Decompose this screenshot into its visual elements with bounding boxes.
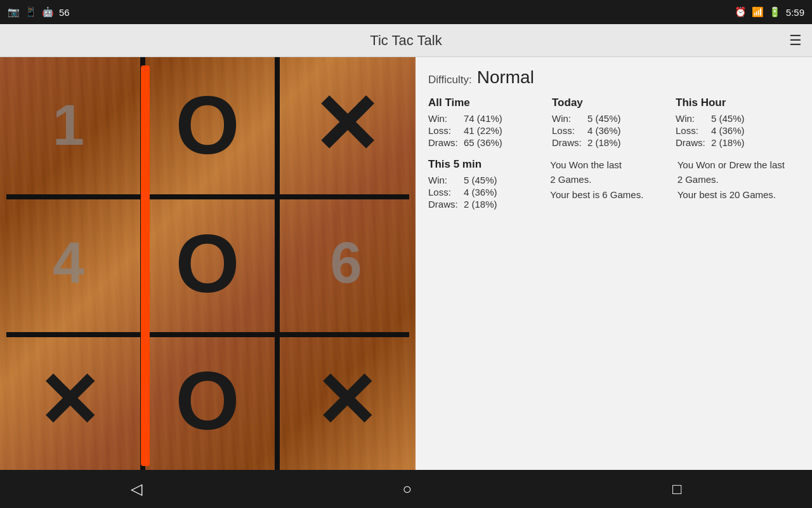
menu-icon[interactable]: ☰ [789,32,802,49]
cell-2-symbol: ✕ [311,84,381,166]
app-title: Tic Tac Talk [370,32,442,49]
all-time-loss-label: Loss: [428,125,461,136]
cell-8-symbol: ✕ [314,363,378,439]
this-hour-draws-label: Draws: [676,137,709,148]
this-5min-loss: Loss: 4 (36%) [428,187,550,197]
game-board[interactable]: 1 O ✕ 4 O 6 ✕ O ✕ [0,57,416,470]
camera-icon: 📷 [8,6,20,18]
cell-2[interactable]: ✕ [277,57,416,194]
this-hour-draws-value: 2 (18%) [711,137,745,148]
stats-all-time: All Time Win: 74 (41%) Loss: 41 (22%) Dr… [428,97,552,149]
stats-panel: Difficulty: Normal All Time Win: 74 (41%… [416,57,812,470]
back-button[interactable]: ◁ [115,475,157,503]
this-5min-draws-label: Draws: [428,199,461,210]
cell-5-symbol: 6 [331,231,362,296]
home-button[interactable]: ○ [388,475,428,503]
this-5min-win-value: 5 (45%) [464,175,497,185]
second-stats-row: This 5 min Win: 5 (45%) Loss: 4 (36%) Dr… [428,158,799,211]
top-bar: Tic Tac Talk ☰ [0,24,812,57]
cell-5[interactable]: 6 [277,194,416,331]
cell-1[interactable]: O [138,57,277,194]
today-streak-text: You Won the last2 Games. [550,158,672,187]
this-5min-header: This 5 min [428,158,550,171]
stats-this-hour: This Hour Win: 5 (45%) Loss: 4 (36%) Dra… [676,97,799,149]
today-win-value: 5 (45%) [587,113,621,124]
bottom-nav: ◁ ○ □ [0,470,812,508]
cell-6[interactable]: ✕ [0,332,137,470]
alarm-icon: ⏰ [735,6,747,18]
stats-this-5min: This 5 min Win: 5 (45%) Loss: 4 (36%) Dr… [428,158,550,211]
cell-1-symbol: O [176,84,240,166]
stats-columns: All Time Win: 74 (41%) Loss: 41 (22%) Dr… [428,97,799,149]
today-draws: Draws: 2 (18%) [552,137,676,148]
all-time-draws: Draws: 65 (36%) [428,137,552,148]
all-time-win-label: Win: [428,113,461,124]
all-time-loss-value: 41 (22%) [464,125,502,136]
difficulty-value: Normal [477,67,534,88]
cell-3-symbol: 4 [53,231,84,296]
all-time-draws-label: Draws: [428,137,461,148]
cell-4[interactable]: O [138,194,277,331]
today-loss-value: 4 (36%) [587,125,621,136]
difficulty-row: Difficulty: Normal [428,67,799,88]
this-5min-win: Win: 5 (45%) [428,175,550,185]
battery-icon: 🔋 [769,6,781,18]
all-time-header: All Time [428,97,552,109]
today-loss-label: Loss: [552,125,585,136]
this-5min-draws: Draws: 2 (18%) [428,199,550,210]
today-streak: You Won the last2 Games. Your best is 6 … [550,158,677,211]
difficulty-label: Difficulty: [428,74,472,86]
hour-streak-best: Your best is 20 Games. [678,189,799,200]
cell-7[interactable]: O [138,332,277,470]
time-display: 5:59 [786,7,804,18]
today-win: Win: 5 (45%) [552,113,676,124]
phone-icon: 📱 [25,6,37,18]
this-hour-win: Win: 5 (45%) [676,113,799,124]
cell-7-symbol: O [176,359,240,442]
this-hour-win-value: 5 (45%) [711,113,745,124]
this-5min-win-label: Win: [428,175,461,185]
recents-button[interactable]: □ [657,475,697,503]
wifi-icon: 📶 [752,6,764,18]
cell-4-symbol: O [176,222,240,305]
all-time-win-value: 74 (41%) [464,113,502,124]
this-hour-win-label: Win: [676,113,709,124]
today-loss: Loss: 4 (36%) [552,125,676,136]
this-hour-loss-value: 4 (36%) [711,125,745,136]
cell-6-symbol: ✕ [37,363,101,439]
today-win-label: Win: [552,113,585,124]
battery-number: 56 [59,7,70,18]
all-time-loss: Loss: 41 (22%) [428,125,552,136]
status-bar-left: 📷 📱 🤖 56 [8,6,70,18]
this-5min-draws-value: 2 (18%) [464,199,497,210]
status-bar: 📷 📱 🤖 56 ⏰ 📶 🔋 5:59 [0,0,812,24]
this-hour-loss-label: Loss: [676,125,709,136]
cell-0-symbol: 1 [53,93,84,158]
today-draws-label: Draws: [552,137,585,148]
cell-3[interactable]: 4 [0,194,137,331]
hour-streak: You Won or Drew the last2 Games. Your be… [678,158,799,211]
today-draws-value: 2 (18%) [587,137,621,148]
this-hour-draws: Draws: 2 (18%) [676,137,799,148]
hour-streak-text: You Won or Drew the last2 Games. [678,158,799,187]
this-hour-header: This Hour [676,97,799,109]
cell-8[interactable]: ✕ [277,332,416,470]
main-content: 1 O ✕ 4 O 6 ✕ O ✕ Difficulty [0,57,812,470]
all-time-win: Win: 74 (41%) [428,113,552,124]
today-streak-best: Your best is 6 Games. [550,189,672,200]
all-time-draws-value: 65 (36%) [464,137,502,148]
this-hour-loss: Loss: 4 (36%) [676,125,799,136]
android-icon: 🤖 [42,6,54,18]
this-5min-loss-label: Loss: [428,187,461,197]
cell-0[interactable]: 1 [0,57,137,194]
stats-today: Today Win: 5 (45%) Loss: 4 (36%) Draws: … [552,97,676,149]
today-header: Today [552,97,676,109]
this-5min-loss-value: 4 (36%) [464,187,497,197]
status-bar-right: ⏰ 📶 🔋 5:59 [735,6,804,18]
